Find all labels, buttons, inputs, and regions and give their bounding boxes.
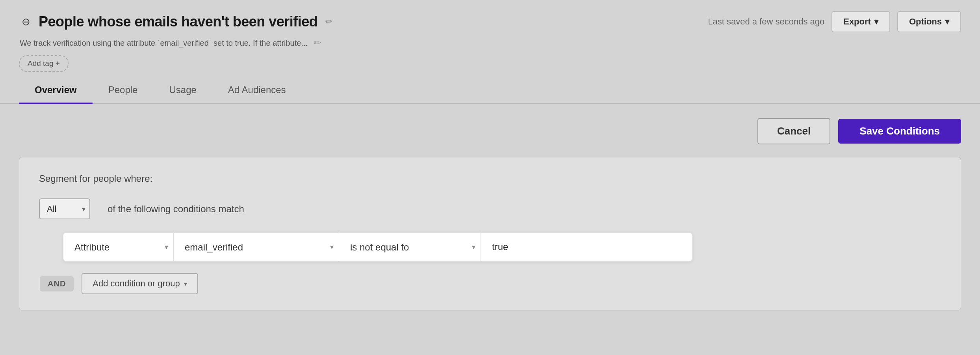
condition-row: Attribute Event Tag email_verified — [39, 232, 941, 262]
title-row: ⊖ People whose emails haven't been verif… — [19, 11, 961, 32]
subtitle-edit-icon[interactable]: ✏ — [314, 38, 321, 48]
conditions-match-text: of the following conditions match — [108, 204, 244, 215]
subtitle-text: We track verification using the attribut… — [20, 39, 308, 48]
last-saved-text: Last saved a few seconds ago — [708, 17, 824, 27]
main-content: Cancel Save Conditions Segment for peopl… — [0, 104, 980, 325]
header: ⊖ People whose emails haven't been verif… — [0, 0, 980, 72]
export-chevron-icon: ▾ — [874, 17, 878, 27]
export-label: Export — [843, 17, 871, 27]
title-left: ⊖ People whose emails haven't been verif… — [19, 13, 332, 30]
title-edit-icon[interactable]: ✏ — [325, 17, 332, 27]
options-button[interactable]: Options ▾ — [897, 11, 961, 32]
add-condition-button[interactable]: Add condition or group ▾ — [82, 273, 198, 294]
add-tag-button[interactable]: Add tag + — [19, 55, 69, 72]
condition-box: Attribute Event Tag email_verified — [63, 232, 693, 262]
subtitle-row: We track verification using the attribut… — [19, 38, 961, 48]
add-tag-label: Add tag + — [28, 59, 60, 68]
match-select-container: All Any None — [39, 198, 90, 219]
condition-type-select[interactable]: Attribute Event Tag — [63, 233, 174, 261]
tab-overview[interactable]: Overview — [19, 77, 93, 104]
attribute-select-wrapper: email_verified — [174, 233, 339, 261]
condition-type-wrapper: Attribute Event Tag — [63, 233, 174, 261]
add-condition-chevron-icon: ▾ — [184, 280, 187, 288]
value-input[interactable] — [481, 233, 692, 261]
options-chevron-icon: ▾ — [945, 17, 949, 27]
action-bar: Cancel Save Conditions — [19, 118, 961, 144]
operator-select[interactable]: is equal to is not equal to contains doe… — [339, 233, 481, 261]
page-wrapper: ⊖ People whose emails haven't been verif… — [0, 0, 980, 355]
match-select[interactable]: All Any None — [39, 198, 90, 219]
tabs-row: Overview People Usage Ad Audiences — [0, 77, 980, 104]
segment-label: Segment for people where: — [39, 173, 941, 184]
add-condition-label: Add condition or group — [93, 278, 180, 289]
options-label: Options — [909, 17, 942, 27]
back-icon[interactable]: ⊖ — [19, 15, 33, 29]
export-button[interactable]: Export ▾ — [832, 11, 890, 32]
tab-usage[interactable]: Usage — [153, 77, 212, 104]
and-badge: AND — [40, 276, 74, 291]
cancel-button[interactable]: Cancel — [757, 118, 830, 144]
tab-ad-audiences[interactable]: Ad Audiences — [212, 77, 302, 104]
attribute-select[interactable]: email_verified — [174, 233, 339, 261]
segment-card: Segment for people where: All Any None o… — [19, 157, 961, 310]
match-select-wrapper: All Any None of the following conditions… — [39, 198, 244, 219]
page-title: People whose emails haven't been verifie… — [39, 13, 317, 30]
conditions-row: All Any None of the following conditions… — [39, 198, 941, 219]
operator-select-wrapper: is equal to is not equal to contains doe… — [339, 233, 481, 261]
tab-people[interactable]: People — [93, 77, 154, 104]
title-right: Last saved a few seconds ago Export ▾ Op… — [708, 11, 961, 32]
save-conditions-button[interactable]: Save Conditions — [838, 119, 961, 144]
add-condition-row: AND Add condition or group ▾ — [39, 273, 941, 294]
